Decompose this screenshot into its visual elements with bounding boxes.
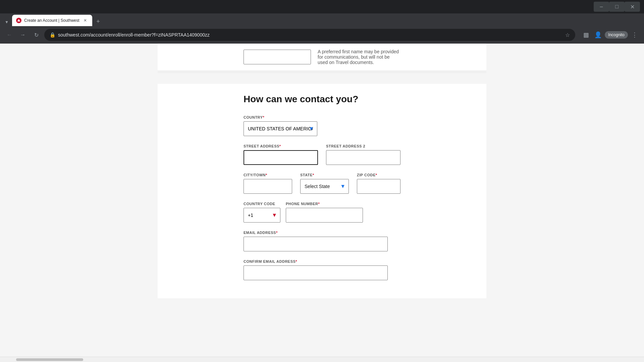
tab-close-button[interactable]: ✕ bbox=[82, 17, 88, 23]
confirm-email-input[interactable] bbox=[244, 265, 388, 280]
address-bar[interactable]: 🔒 southwest.com/account/enroll/enroll-me… bbox=[44, 29, 575, 41]
minimize-button[interactable]: – bbox=[594, 2, 609, 12]
active-tab[interactable]: Create an Account | Southwest ✕ bbox=[12, 15, 92, 26]
section-title: How can we contact you? bbox=[244, 94, 400, 105]
incognito-badge: Incognito bbox=[605, 31, 628, 39]
state-label: STATE* bbox=[300, 173, 349, 177]
email-input[interactable] bbox=[244, 237, 388, 251]
bookmark-icon[interactable]: ☆ bbox=[565, 32, 570, 38]
state-select-wrapper: Select State Alabama Alaska Arizona Texa… bbox=[300, 179, 349, 194]
preferred-name-input[interactable] bbox=[244, 50, 311, 64]
street-address2-label: STREET ADDRESS 2 bbox=[326, 144, 400, 148]
phone-input[interactable] bbox=[286, 208, 363, 223]
lock-icon: 🔒 bbox=[50, 32, 55, 38]
tab-list-button[interactable]: ▼ bbox=[3, 18, 11, 26]
scroll-thumb[interactable] bbox=[16, 358, 83, 361]
city-label: CITY/TOWN* bbox=[244, 173, 292, 177]
url-text: southwest.com/account/enroll/enroll-memb… bbox=[58, 32, 562, 38]
street-address-input[interactable] bbox=[244, 150, 318, 165]
menu-button[interactable]: ⋮ bbox=[629, 29, 640, 40]
back-button[interactable]: ← bbox=[4, 29, 15, 40]
country-select-wrapper: UNITED STATES OF AMERICA ▼ bbox=[244, 121, 317, 136]
email-label: EMAIL ADDRESS* bbox=[244, 231, 400, 235]
city-input[interactable] bbox=[244, 179, 292, 194]
zip-input[interactable] bbox=[357, 179, 400, 194]
country-code-select[interactable]: +1 bbox=[244, 208, 280, 223]
profile-button[interactable]: 👤 bbox=[593, 29, 603, 40]
confirm-email-label: CONFIRM EMAIL ADDRESS* bbox=[244, 259, 400, 263]
street-address2-input[interactable] bbox=[326, 150, 400, 165]
cast-button[interactable]: ▩ bbox=[581, 29, 591, 40]
close-button[interactable]: ✕ bbox=[625, 2, 640, 12]
phone-label: PHONE NUMBER* bbox=[286, 202, 363, 206]
forward-button[interactable]: → bbox=[17, 29, 28, 40]
country-select[interactable]: UNITED STATES OF AMERICA bbox=[244, 121, 317, 136]
country-label: COUNTRY* bbox=[244, 115, 400, 119]
country-code-wrapper: +1 ▼ bbox=[244, 208, 280, 223]
preferred-name-hint: A preferred first name may be provided f… bbox=[318, 49, 400, 65]
reload-button[interactable]: ↻ bbox=[31, 29, 42, 40]
country-code-label: COUNTRY CODE bbox=[244, 202, 280, 206]
tab-favicon bbox=[16, 18, 21, 23]
maximize-button[interactable]: □ bbox=[609, 2, 625, 12]
tab-title: Create an Account | Southwest bbox=[24, 18, 79, 23]
zip-label: ZIP CODE* bbox=[357, 173, 400, 177]
horizontal-scrollbar[interactable] bbox=[0, 357, 644, 362]
new-tab-button[interactable]: + bbox=[94, 17, 103, 26]
state-select[interactable]: Select State Alabama Alaska Arizona Texa… bbox=[300, 179, 349, 194]
street-address-label: STREET ADDRESS* bbox=[244, 144, 318, 148]
country-required: * bbox=[263, 115, 264, 119]
